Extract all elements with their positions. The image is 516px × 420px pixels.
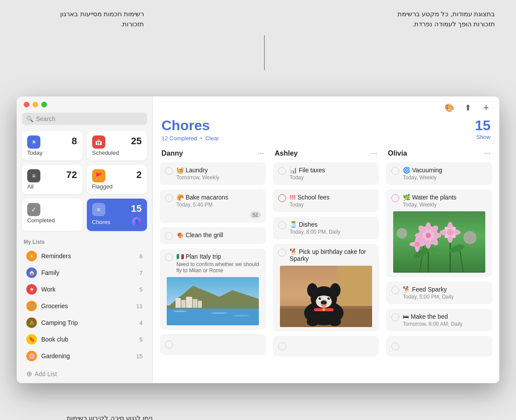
sparky-sub: Today, 5:00 PM, Daily [403, 294, 487, 300]
svg-point-21 [330, 283, 340, 297]
laundry-checkbox[interactable] [165, 167, 173, 175]
smart-list-completed[interactable]: ✓ Completed [22, 199, 82, 231]
groceries-count: 11 [136, 303, 143, 310]
svg-point-66 [463, 231, 477, 244]
school-fees-checkbox[interactable] [278, 194, 286, 202]
today-icon: ☀ [27, 135, 40, 149]
appearance-icon[interactable]: 🎨 [443, 102, 455, 114]
bed-sub: Tomorrow, 8:00 AM, Daily [403, 321, 487, 327]
list-item-groceries[interactable]: 🛒 Groceries 11 [19, 298, 150, 314]
window-minimize-button[interactable] [32, 102, 38, 107]
task-bake-macarons[interactable]: 🥐 Bake macarons Today, 5:40 PM 52 [160, 189, 266, 223]
task-file-taxes[interactable]: 📊 File taxes Today [273, 162, 379, 185]
reminders-name: Reminders [41, 253, 140, 260]
chores-count: 15 [131, 203, 142, 214]
sparky-checkbox[interactable] [391, 286, 399, 294]
window-maximize-button[interactable] [41, 102, 47, 107]
bookclub-icon: 🔖 [26, 334, 37, 345]
cake-checkbox[interactable] [278, 249, 286, 256]
columns-wrapper: Danny ··· 🧺 Laundry Tomorrow, Weekly [153, 146, 499, 383]
column-danny-more[interactable]: ··· [258, 149, 264, 158]
italy-checkbox[interactable] [165, 253, 173, 261]
task-clean-grill[interactable]: 🍖 Clean the grill [160, 227, 266, 244]
clear-button[interactable]: Clear [205, 135, 219, 142]
completed-icon: ✓ [27, 203, 40, 216]
scheduled-icon: 📅 [92, 135, 105, 149]
task-dishes[interactable]: 🫙 Dishes Today, 8:00 PM, Daily [273, 217, 379, 239]
task-vacuuming[interactable]: 🌀 Vacuuming Today, Weekly [386, 162, 492, 185]
bookclub-count: 5 [140, 336, 143, 343]
chores-icon: ≡ [92, 203, 105, 216]
main-toolbar: 🎨 ⬆ + [153, 96, 499, 117]
danny-empty-card [160, 334, 266, 355]
my-lists-section-title: My Lists [17, 237, 152, 248]
gardening-icon: 🌸 [26, 351, 37, 361]
dishes-checkbox[interactable] [278, 221, 286, 229]
svg-point-12 [211, 312, 228, 314]
dog-image [278, 266, 374, 327]
column-olivia-more[interactable]: ··· [484, 149, 491, 158]
svg-point-35 [322, 308, 325, 311]
column-ashley-more[interactable]: ··· [371, 149, 377, 158]
work-count: 5 [140, 286, 143, 293]
all-label: All [27, 183, 77, 190]
vacuuming-sub: Today, Weekly [403, 174, 487, 181]
scheduled-label: Scheduled [92, 149, 142, 156]
camping-count: 4 [140, 320, 143, 326]
macarons-badge: 52 [250, 211, 261, 218]
main-content: 🎨 ⬆ + Chores 12 Completed • Clear 15 Sho… [153, 96, 499, 383]
task-feed-sparky[interactable]: 🐕 Feed Sparky Today, 5:00 PM, Daily [386, 281, 492, 304]
task-laundry[interactable]: 🧺 Laundry Tomorrow, Weekly [160, 162, 266, 185]
list-item-gardening[interactable]: 🌸 Gardening 15 [19, 348, 150, 364]
list-item-family[interactable]: 🏠 Family 7 [19, 264, 150, 281]
gardening-count: 15 [136, 353, 143, 359]
show-link[interactable]: Show [475, 134, 491, 140]
svg-rect-6 [176, 298, 181, 308]
window-close-button[interactable] [24, 102, 29, 107]
add-list-button[interactable]: ⊕ Add List [19, 366, 150, 381]
sparky-name: 🐕 Feed Sparky [403, 286, 487, 293]
all-count: 72 [66, 169, 77, 181]
add-list-label: Add List [35, 370, 57, 377]
task-plan-italy[interactable]: 🇮🇹 Plan Italy trip Need to confirm wheth… [160, 249, 266, 330]
svg-point-26 [327, 297, 330, 300]
ashley-empty-checkbox[interactable] [278, 342, 286, 350]
column-danny: Danny ··· 🧺 Laundry Tomorrow, Weekly [160, 146, 266, 376]
list-item-camping[interactable]: ⚠ Camping Trip 4 [19, 314, 150, 331]
add-task-button[interactable]: + [480, 102, 492, 114]
chores-avatar: 👤 [132, 217, 142, 227]
danny-empty-checkbox[interactable] [165, 341, 173, 349]
flagged-label: Flagged [92, 183, 142, 190]
task-make-bed[interactable]: 🛏 Make the bed Tomorrow, 8:00 AM, Daily [386, 309, 492, 331]
groceries-name: Groceries [41, 303, 136, 310]
vacuuming-checkbox[interactable] [391, 167, 399, 175]
list-item-bookclub[interactable]: 🔖 Book club 5 [19, 331, 150, 348]
cake-name: 🐕 Pick up birthday cake for Sparky [290, 248, 374, 262]
reminders-icon: ≡ [26, 251, 37, 261]
smart-list-chores[interactable]: ≡ 15 Chores 👤 [87, 199, 147, 231]
olivia-empty-checkbox[interactable] [391, 342, 399, 350]
share-icon[interactable]: ⬆ [462, 102, 474, 114]
smart-list-flagged[interactable]: 🚩 2 Flagged [87, 165, 147, 194]
list-meta: 12 Completed • Clear [161, 135, 219, 142]
bookclub-name: Book club [41, 336, 140, 343]
smart-list-all[interactable]: ≡ 72 All [22, 165, 82, 194]
list-item-work[interactable]: ★ Work 5 [19, 281, 150, 298]
list-item-reminders[interactable]: ≡ Reminders 6 [19, 248, 150, 264]
macarons-sub: Today, 5:40 PM [176, 202, 261, 208]
plants-checkbox[interactable] [391, 194, 399, 202]
today-count: 8 [72, 135, 77, 147]
annotation-bottom-left: ניתן לנגוע סיכה לקיבוע רשימות בשימוש נפו… [52, 413, 153, 420]
task-birthday-cake[interactable]: 🐕 Pick up birthday cake for Sparky [273, 244, 379, 331]
macarons-checkbox[interactable] [165, 194, 173, 202]
taxes-checkbox[interactable] [278, 167, 286, 175]
smart-list-today[interactable]: ☀ 8 Today [22, 131, 82, 160]
bed-checkbox[interactable] [391, 313, 399, 321]
task-water-plants[interactable]: 🌿 Water the plants Today, Weekly [386, 189, 492, 277]
macarons-name: 🥐 Bake macarons [176, 194, 261, 201]
grill-checkbox[interactable] [165, 232, 173, 240]
search-bar[interactable]: 🔍 Search [22, 113, 147, 125]
smart-list-scheduled[interactable]: 📅 25 Scheduled [87, 131, 147, 160]
task-school-fees[interactable]: !!! School fees Today [273, 189, 379, 212]
svg-rect-10 [198, 301, 202, 308]
